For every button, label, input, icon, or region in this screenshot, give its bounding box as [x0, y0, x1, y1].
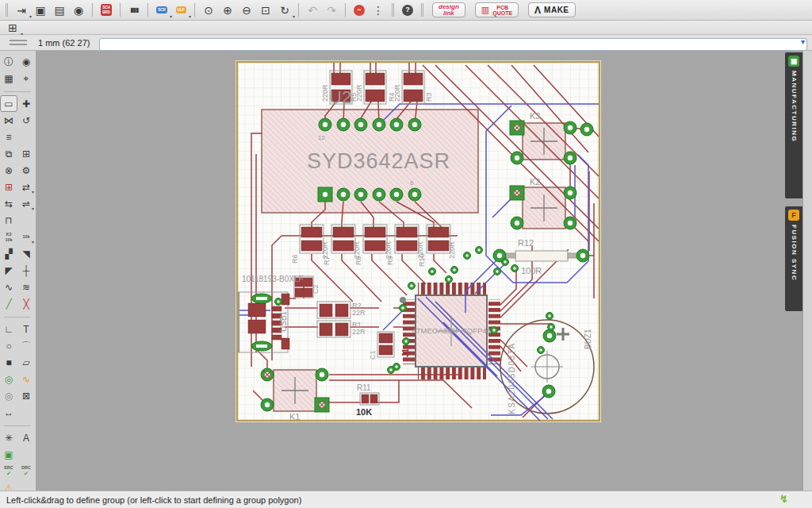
u2-value: SYD3642ASR: [307, 149, 450, 173]
sync-bolt-icon[interactable]: ↯: [779, 493, 788, 505]
u2-pin6: 6: [410, 179, 414, 187]
value-tool-icon: 10k: [22, 234, 29, 239]
autoroute-tool[interactable]: A: [17, 429, 35, 446]
zoom-out-button-icon: ⊖: [242, 5, 251, 16]
mirror-tool-icon: ⋈: [4, 116, 13, 125]
schematic-board-toggle-button[interactable]: SCH BRD: [97, 2, 116, 19]
zoom-in-button[interactable]: ⊕: [218, 2, 237, 19]
lock-tool[interactable]: ⊓: [0, 212, 17, 229]
svg-text:R7: R7: [323, 256, 331, 265]
toolbar-separator: [6, 3, 8, 17]
dimension-tool[interactable]: ⊠: [17, 387, 35, 404]
wire-tool[interactable]: ∟: [0, 321, 17, 337]
drc-tool[interactable]: DRC✓: [17, 463, 35, 479]
group-tool[interactable]: ▭: [0, 95, 17, 112]
info-tool-icon: ⓘ: [4, 57, 13, 67]
make-button[interactable]: ΛMAKE: [528, 2, 575, 17]
delete-tool[interactable]: ⊗: [0, 162, 17, 179]
zoom-fit-button[interactable]: ⊙: [199, 2, 218, 19]
zoom-select-button[interactable]: ⊡: [256, 2, 275, 19]
stop-button[interactable]: −: [350, 2, 369, 19]
options-button[interactable]: ⋮: [369, 2, 388, 19]
circle-tool-icon: ○: [6, 341, 11, 351]
pcb-board[interactable]: U2 SYD3642ASR 12 6 220R R5 220R R4 220R …: [236, 60, 601, 422]
split-tool[interactable]: ┼: [17, 262, 35, 279]
undo-button[interactable]: ↶: [303, 2, 322, 19]
meander-tool-icon: ∿: [5, 283, 13, 292]
smash-tool[interactable]: ▞: [0, 245, 17, 262]
zoom-redraw-button[interactable]: ↻▾: [275, 2, 294, 19]
export-button[interactable]: ⇥▾: [12, 2, 31, 19]
run-ulp-button[interactable]: ULP▾: [171, 2, 190, 19]
design-link-button-label: designlink: [439, 4, 459, 17]
rect-tool[interactable]: ■: [0, 354, 17, 371]
copy-tool-icon: ⧉: [6, 149, 13, 159]
move-tool[interactable]: ✚: [17, 95, 35, 112]
gateswap-tool[interactable]: ⇌▾: [17, 195, 35, 212]
svg-text:100R: 100R: [521, 266, 542, 275]
miter-concave-tool[interactable]: ◤: [0, 262, 17, 279]
drc-tool-icon: DRC✓: [21, 465, 31, 476]
sidebar-grip[interactable]: [10, 40, 27, 45]
tab-fusion-sync[interactable]: F FUSION SYNC: [785, 206, 802, 311]
print-button[interactable]: ▤: [50, 2, 69, 19]
library-button[interactable]: ▮▮▮: [124, 2, 144, 19]
hole-tool[interactable]: ↔: [0, 404, 17, 421]
manufacturing-icon: ▣: [788, 56, 799, 67]
change-tool[interactable]: ⚙: [17, 162, 35, 179]
design-block-tool[interactable]: ▣: [0, 446, 17, 463]
text-tool[interactable]: T: [17, 321, 35, 337]
signal-tool[interactable]: ∿: [17, 371, 35, 387]
arc-tool[interactable]: ⌒: [17, 337, 35, 354]
miter-tool[interactable]: ◥: [17, 245, 35, 262]
svg-text:220R: 220R: [393, 84, 401, 102]
toolbar-separator: [92, 3, 93, 17]
ripup-tool[interactable]: ╳: [17, 295, 35, 312]
pcb-quote-button-label: PCBQUOTE: [492, 5, 512, 16]
pad-tool[interactable]: ◎: [0, 387, 17, 404]
command-input[interactable]: [99, 38, 807, 51]
toolbar-separator: [421, 3, 423, 17]
circle-tool[interactable]: ○: [0, 337, 17, 354]
pcb-quote-button[interactable]: ▥PCBQUOTE: [475, 2, 519, 17]
svg-text:C1: C1: [369, 350, 377, 360]
add-part-tool[interactable]: ⊞: [0, 179, 17, 195]
run-script-button[interactable]: SCR▾: [152, 2, 171, 19]
align-tool[interactable]: ≡: [0, 129, 17, 145]
tab-manufacturing[interactable]: ▣ MANUFACTURING: [785, 52, 802, 198]
show-tool[interactable]: ◉: [17, 53, 35, 70]
image-export-button[interactable]: ◉: [69, 2, 88, 19]
zoom-out-button[interactable]: ⊖: [237, 2, 256, 19]
command-dropdown-icon[interactable]: ▾: [801, 37, 805, 46]
grid-button[interactable]: ⊞ ▾: [3, 19, 22, 37]
polygon-tool[interactable]: ▱: [17, 354, 35, 371]
via-tool[interactable]: ◎: [0, 371, 17, 387]
help-button[interactable]: ?: [398, 2, 417, 19]
meander-tool[interactable]: ∿: [0, 279, 17, 295]
pinswap-tool[interactable]: ⇆: [0, 195, 17, 212]
save-button[interactable]: ▣: [31, 2, 50, 19]
design-link-button[interactable]: designlink: [432, 2, 465, 17]
autodesk-logo-icon: Λ: [534, 6, 541, 15]
name-tool-icon: K210k: [5, 232, 12, 242]
redo-button[interactable]: ↷: [322, 2, 341, 19]
rotate-tool[interactable]: ↺: [17, 112, 35, 129]
route-tool[interactable]: ╱: [0, 295, 17, 312]
copy-tool[interactable]: ⧉: [0, 145, 17, 162]
optimize-tool[interactable]: ≋: [17, 279, 35, 295]
paste-tool[interactable]: ⊞: [17, 145, 35, 162]
replace-tool[interactable]: ⇄▾: [17, 179, 35, 195]
mirror-tool[interactable]: ⋈: [0, 112, 17, 129]
toolbar-separator: [392, 3, 394, 17]
export-button-icon: ⇥: [17, 5, 26, 16]
display-layers-tool[interactable]: ▦: [0, 70, 17, 87]
value-tool[interactable]: 10k▾: [17, 229, 35, 245]
name-tool[interactable]: K210k: [0, 229, 17, 245]
erc-tool[interactable]: ERC✓: [0, 463, 17, 479]
erc-tool-icon: ERC✓: [4, 465, 13, 476]
svg-text:R3: R3: [425, 92, 433, 102]
ratsnest-tool[interactable]: ✳: [0, 429, 17, 446]
mark-tool[interactable]: ⌖: [17, 70, 35, 87]
options-button-icon: ⋮: [373, 5, 384, 16]
info-tool[interactable]: ⓘ: [0, 53, 17, 70]
